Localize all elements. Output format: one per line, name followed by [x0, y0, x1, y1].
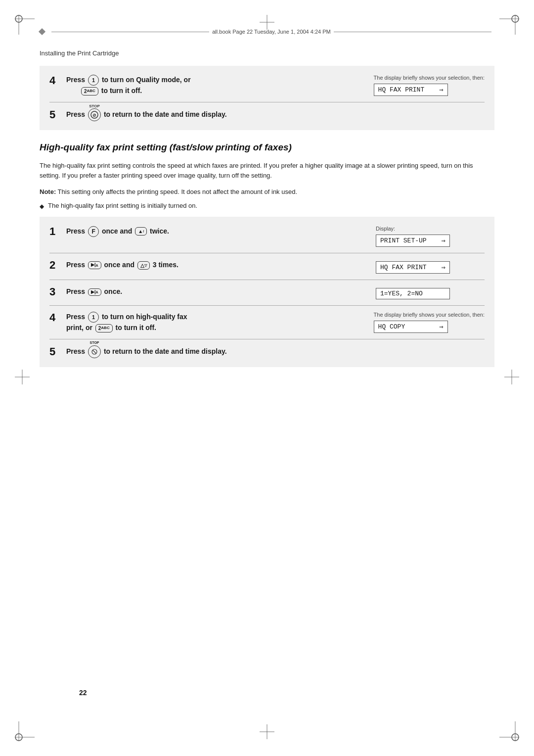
step5-press: Press [66, 110, 87, 118]
bottom-step1-row: 1 Press F once and ▲/ twice. Display: PR… [49, 226, 485, 247]
bottom-step4-content: Press 1 to turn on high-quality fax prin… [66, 312, 187, 333]
step4-display-label: The display briefly shows your selection… [374, 75, 485, 81]
step4-text-end: to turn it off. [101, 87, 142, 94]
step1-display-text: PRINT SET-UP [380, 237, 427, 244]
stop-label: STOP [89, 104, 100, 108]
step5b-press: Press [66, 347, 87, 355]
file-info-text: all.book Page 22 Tuesday, June 1, 2004 4… [212, 29, 331, 35]
step4-num: 4 [49, 75, 63, 87]
file-info-line-right [334, 32, 491, 32]
file-info-bar: all.book Page 22 Tuesday, June 1, 2004 4… [40, 29, 494, 35]
step4b-text2: to turn on high-quality fax [102, 313, 187, 321]
bottom-step1-display: Display: PRINT SET-UP ⇒ [376, 226, 485, 247]
step2-display-arrow: ⇒ [442, 263, 445, 272]
step4-display-panel: HQ FAX PRINT ⇒ [374, 84, 448, 96]
bottom-step2-row: 2 Press ▶|A once and △▽ 3 times. HQ FAX … [49, 259, 485, 274]
box-divider-3 [49, 280, 485, 280]
bottom-step5-content: Press STOP to return to the date and tim… [66, 345, 227, 358]
step3-icon-btn: ▶|A [88, 288, 101, 296]
step4-text-mid: to turn on Quality mode, or [102, 76, 191, 84]
step4b-text3: print, or [66, 324, 94, 331]
bottom-step5-num: 5 [49, 346, 63, 358]
edge-mark-right [504, 370, 519, 386]
step5b-stop-btn: STOP [88, 345, 101, 358]
main-heading: High-quality fax print setting (fast/slo… [40, 142, 494, 153]
bottom-step4-num: 4 [49, 312, 63, 324]
bottom-step4-display: The display briefly shows your selection… [374, 312, 485, 333]
top-instruction-box: 4 Press 1 to turn on Quality mode, or 2A… [40, 66, 494, 130]
bottom-step5-row: 5 Press STOP to return to the date and t… [49, 345, 485, 358]
step4b-btn1: 1 [88, 312, 99, 323]
step5-row: 5 Press STOP ⊘ to return to the date and… [49, 108, 485, 121]
step1-btn-F: F [88, 226, 99, 237]
corner-mark-br [499, 721, 519, 741]
svg-line-23 [93, 350, 96, 353]
edge-mark-bottom [260, 724, 274, 741]
step4b-text4: to turn it off. [116, 324, 156, 331]
step4b-btn2: 2ABC [95, 324, 113, 332]
bottom-step2-display: HQ FAX PRINT ⇒ [376, 259, 485, 274]
page-number: 22 [79, 689, 87, 697]
step1-press: Press [66, 227, 87, 235]
step1-once-and: once and [102, 227, 134, 235]
step3-once: once. [104, 287, 123, 295]
step1-display-label: Display: [376, 226, 485, 232]
file-info-diamond [39, 28, 45, 35]
step2-press: Press [66, 261, 87, 269]
box-divider-2 [49, 253, 485, 253]
step3-display-text: 1=YES, 2=NO [380, 290, 423, 297]
step2-once-and: once and [104, 261, 136, 269]
box-divider-5 [49, 339, 485, 339]
step4b-press: Press [66, 313, 87, 321]
body-para-1: The high-quality fax print setting contr… [40, 161, 494, 181]
file-info-line-left [51, 32, 209, 32]
step5b-text-after: to return to the date and time display. [104, 347, 227, 355]
step4-display: The display briefly shows your selection… [374, 75, 485, 96]
stop-label-b: STOP [90, 341, 99, 344]
corner-mark-bl [15, 721, 35, 741]
bullet-text: The high-quality fax print setting is in… [48, 202, 197, 209]
step4b-line2: print, or 2ABC to turn it off. [66, 324, 156, 331]
step5-stop-btn: STOP ⊘ [88, 108, 101, 121]
bottom-step3-num: 3 [49, 286, 63, 298]
step2-display-text: HQ FAX PRINT [380, 264, 427, 271]
step4-btn2: 2ABC [81, 87, 98, 95]
step2-icon-btn2: △▽ [137, 261, 150, 270]
step4-btn1: 1 [88, 75, 99, 86]
step1-display-panel: PRINT SET-UP ⇒ [376, 235, 450, 247]
step2-times: 3 times. [153, 261, 178, 269]
step4-display-text: HQ FAX PRINT [378, 86, 425, 94]
box-divider-1 [49, 102, 485, 102]
corner-mark-tl [15, 15, 35, 35]
step4-line2: 2ABC to turn it off. [80, 86, 142, 96]
bottom-step3-row: 3 Press ▶|A once. 1=YES, 2=NO [49, 286, 485, 299]
step2-icon-btn1: ▶|A [88, 261, 101, 269]
section-title: Installing the Print Cartridge [40, 49, 494, 57]
step1-icon-btn: ▲/ [135, 227, 147, 236]
bullet-item: ◆ The high-quality fax print setting is … [40, 202, 494, 210]
step1-display-arrow: ⇒ [442, 236, 445, 245]
note-text-content: This setting only affects the printing s… [58, 188, 297, 195]
step4-press-label: Press [66, 76, 87, 84]
step2-display-panel: HQ FAX PRINT ⇒ [376, 261, 450, 274]
step5-num: 5 [49, 109, 63, 121]
bullet-diamond-icon: ◆ [40, 203, 44, 210]
bottom-step2-num: 2 [49, 259, 63, 271]
step4b-display-arrow: ⇒ [439, 323, 443, 331]
bottom-step1-content: Press F once and ▲/ twice. [66, 226, 169, 237]
step4b-display-text: HQ COPY [378, 323, 405, 331]
step4-row: 4 Press 1 to turn on Quality mode, or 2A… [49, 75, 485, 96]
step5-content: Press STOP ⊘ to return to the date and t… [66, 108, 227, 121]
bottom-step3-display: 1=YES, 2=NO [376, 286, 485, 299]
box-divider-4 [49, 305, 485, 306]
bottom-step2-content: Press ▶|A once and △▽ 3 times. [66, 261, 178, 270]
step4b-display-label: The display briefly shows your selection… [374, 312, 485, 318]
bottom-step4-row: 4 Press 1 to turn on high-quality fax pr… [49, 312, 485, 333]
svg-text:⊘: ⊘ [92, 113, 96, 118]
page-content: Installing the Print Cartridge 4 Press 1… [40, 49, 494, 716]
step4b-display-panel: HQ COPY ⇒ [374, 321, 448, 333]
bottom-instruction-box: 1 Press F once and ▲/ twice. Display: PR… [40, 217, 494, 367]
edge-mark-left [15, 370, 30, 386]
step5-text-after: to return to the date and time display. [104, 110, 227, 118]
note-bold: Note: [40, 188, 56, 195]
